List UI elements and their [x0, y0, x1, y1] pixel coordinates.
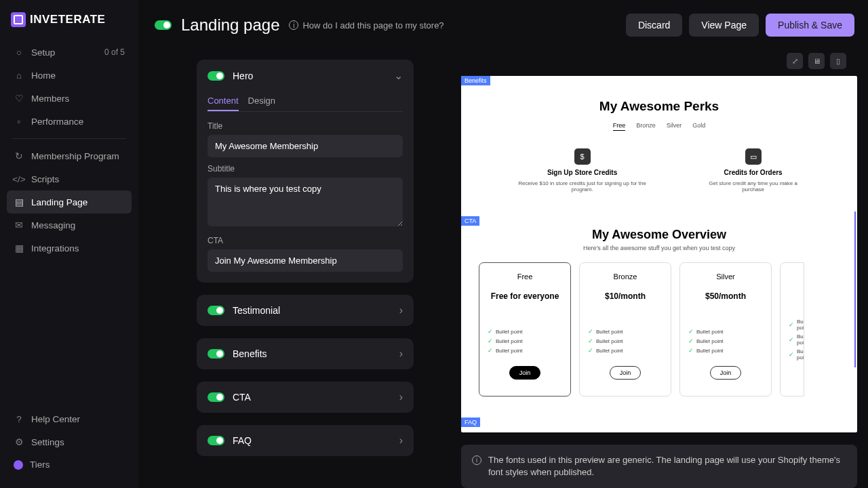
- testimonial-toggle[interactable]: [208, 306, 224, 315]
- benefits-toggle[interactable]: [208, 349, 224, 359]
- scrollbar[interactable]: [854, 211, 856, 367]
- faq-title: FAQ: [233, 435, 252, 446]
- sidebar-item-label: Help Center: [31, 414, 80, 424]
- discard-button[interactable]: Discard: [626, 14, 682, 37]
- sidebar-item-setup[interactable]: ○ Setup 0 of 5: [7, 41, 132, 64]
- logo-text: INVETERATE: [30, 13, 105, 26]
- notice-text: The fonts used in this preview are gener…: [488, 454, 846, 479]
- sidebar-item-scripts[interactable]: </> Scripts: [7, 167, 132, 190]
- sidebar-item-integrations[interactable]: ▦ Integrations: [7, 237, 132, 260]
- section-cta-header[interactable]: CTA ›: [197, 382, 414, 413]
- cta-label: CTA: [208, 236, 403, 245]
- sidebar-item-label: Scripts: [31, 174, 59, 184]
- chevron-right-icon: ›: [399, 348, 403, 360]
- info-icon: i: [472, 455, 481, 465]
- section-cta: CTA ›: [197, 382, 414, 413]
- tab-content[interactable]: Content: [208, 92, 239, 111]
- check-icon: ✓: [688, 338, 694, 344]
- divider: [12, 138, 126, 139]
- badge-cta: CTA: [461, 216, 479, 226]
- cta-toggle[interactable]: [208, 392, 224, 402]
- hero-toggle[interactable]: [208, 71, 224, 81]
- code-icon: </>: [14, 174, 24, 184]
- card-icon: ▭: [745, 148, 762, 165]
- benefit-desc: Get store credit any time you make a pur…: [703, 180, 803, 192]
- sidebar-item-messaging[interactable]: ✉ Messaging: [7, 214, 132, 237]
- sidebar-item-label: Landing Page: [31, 197, 87, 207]
- check-icon: ✓: [488, 347, 493, 354]
- benefit-desc: Receive $10 in store credits just for si…: [515, 180, 649, 192]
- section-testimonial-header[interactable]: Testimonial ›: [197, 295, 414, 326]
- benefits-title: Benefits: [233, 348, 267, 359]
- gear-icon: ⚙: [14, 436, 24, 447]
- plan-bronze[interactable]: Bronze $10/month ✓Bullet point ✓Bullet p…: [579, 262, 671, 396]
- view-page-button[interactable]: View Page: [689, 14, 759, 37]
- plan-silver[interactable]: Silver $50/month ✓Bullet point ✓Bullet p…: [679, 262, 772, 396]
- faq-toggle[interactable]: [208, 436, 224, 445]
- info-icon: i: [289, 20, 298, 30]
- main: Landing page i How do I add this page to…: [138, 0, 868, 488]
- check-icon: ✓: [488, 338, 493, 344]
- sidebar-item-label: Membership Program: [31, 151, 119, 161]
- check-icon: ✓: [789, 336, 794, 343]
- perks-tab-bronze[interactable]: Bronze: [636, 122, 656, 131]
- grid-icon: ▦: [14, 243, 24, 253]
- sidebar-item-help[interactable]: ? Help Center: [7, 407, 132, 430]
- benefit-title: Sign Up Store Credits: [547, 169, 617, 176]
- perks-tab-silver[interactable]: Silver: [667, 122, 682, 131]
- page-enabled-toggle[interactable]: [155, 20, 172, 30]
- mobile-view-button[interactable]: ▯: [830, 53, 846, 69]
- sidebar-item-settings[interactable]: ⚙ Settings: [7, 430, 132, 453]
- sidebar-item-label: Members: [31, 94, 69, 104]
- overview-title: My Awesome Overview: [479, 228, 840, 242]
- expand-button[interactable]: ⤢: [787, 53, 803, 69]
- join-button[interactable]: Join: [610, 366, 642, 380]
- preview-notice: i The fonts used in this preview are gen…: [461, 445, 857, 488]
- help-link[interactable]: i How do I add this page to my store?: [289, 20, 443, 30]
- perks-tab-free[interactable]: Free: [613, 122, 626, 131]
- cta-title: CTA: [233, 392, 251, 403]
- tab-design[interactable]: Design: [248, 92, 275, 111]
- section-benefits: Benefits ›: [197, 338, 414, 369]
- logo: INVETERATE: [7, 12, 132, 41]
- sidebar-item-tiers[interactable]: Tiers: [7, 453, 132, 476]
- preview-panel: ⤢ 🖥 ▯ Benefits My Awesome Perks Free Bro…: [420, 46, 857, 488]
- page-title: Landing page: [181, 16, 279, 35]
- sidebar-item-home[interactable]: ⌂ Home: [7, 64, 132, 87]
- section-hero-header[interactable]: Hero ⌄: [197, 60, 414, 92]
- plan-name: Silver: [716, 272, 735, 281]
- sidebar-item-performance[interactable]: ▫ Performance: [7, 110, 132, 133]
- check-icon: ✓: [588, 347, 593, 354]
- subtitle-label: Subtitle: [208, 164, 403, 174]
- circle-icon: ○: [14, 47, 24, 58]
- section-faq-header[interactable]: FAQ ›: [197, 425, 414, 456]
- perks-title: My Awesome Perks: [502, 99, 816, 114]
- section-hero: Hero ⌄ Content Design Title Subtitle Thi…: [197, 60, 414, 283]
- sidebar: INVETERATE ○ Setup 0 of 5 ⌂ Home ♡ Membe…: [0, 0, 138, 488]
- perks-tab-gold[interactable]: Gold: [692, 122, 705, 131]
- plan-name: Free: [517, 272, 533, 281]
- plan-price: Free for everyone: [491, 291, 559, 301]
- cta-input[interactable]: [208, 249, 403, 272]
- publish-save-button[interactable]: Publish & Save: [766, 14, 854, 37]
- section-benefits-header[interactable]: Benefits ›: [197, 338, 414, 369]
- badge-faq: FAQ: [461, 418, 480, 427]
- join-button[interactable]: Join: [710, 366, 742, 380]
- plan-free[interactable]: Free Free for everyone ✓Bullet point ✓Bu…: [479, 262, 571, 396]
- mail-icon: ✉: [14, 220, 24, 230]
- chevron-down-icon: ⌄: [394, 69, 403, 82]
- join-button[interactable]: Join: [509, 366, 541, 380]
- dollar-icon: $: [574, 148, 591, 165]
- sidebar-item-members[interactable]: ♡ Members: [7, 87, 132, 110]
- subtitle-input[interactable]: This is where you test copy: [208, 178, 403, 226]
- chevron-right-icon: ›: [399, 391, 403, 403]
- sidebar-item-landing-page[interactable]: ▤ Landing Page: [7, 190, 132, 214]
- home-icon: ⌂: [14, 70, 24, 81]
- sidebar-item-membership-program[interactable]: ↻ Membership Program: [7, 144, 132, 167]
- desktop-view-button[interactable]: 🖥: [808, 53, 825, 69]
- header: Landing page i How do I add this page to…: [138, 0, 868, 46]
- chart-icon: ▫: [14, 116, 24, 127]
- hero-title: Hero: [233, 70, 253, 81]
- title-input[interactable]: [208, 135, 403, 157]
- sidebar-item-label: Home: [31, 70, 56, 81]
